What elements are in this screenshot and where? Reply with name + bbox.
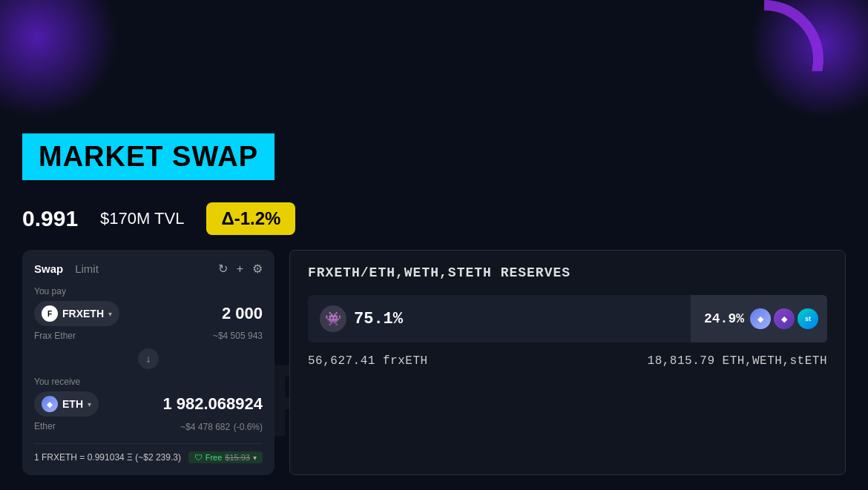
refresh-icon[interactable]: ↻ — [218, 262, 228, 276]
fee-label: Free — [206, 453, 223, 462]
you-pay-label: You pay — [34, 286, 263, 297]
receive-token-row: ◆ ETH ▾ 1 982.068924 — [34, 391, 263, 417]
reserves-left-percent: 75.1% — [354, 310, 403, 328]
reserves-right-bar: 24.9% ◆ ◆ st — [691, 295, 827, 342]
rate-value: 0.991 — [22, 206, 78, 231]
cards-row: Swap Limit ↻ + ⚙ You pay F FRXETH ▾ 2 — [22, 250, 846, 475]
you-pay-section: You pay F FRXETH ▾ 2 000 Frax Ether ~$4 … — [34, 286, 263, 341]
pay-token-row: F FRXETH ▾ 2 000 — [34, 301, 263, 326]
reserves-amounts: 56,627.41 frxETH 18,815.79 ETH,WETH,stET… — [308, 354, 827, 368]
steth-small-icon: st — [798, 308, 818, 329]
receive-token-name: ETH — [62, 398, 83, 410]
reserve-left-amount: 56,627.41 frxETH — [308, 354, 428, 368]
you-receive-section: You receive ◆ ETH ▾ 1 982.068924 Ether ~… — [34, 377, 263, 433]
stats-row: 0.991 $170M TVL Δ-1.2% — [22, 202, 846, 235]
header-icons: ↻ + ⚙ — [218, 262, 263, 276]
swap-card-header: Swap Limit ↻ + ⚙ — [34, 262, 263, 276]
frxeth-icon: F — [42, 305, 58, 322]
reserves-progress-bar: 👾 75.1% 24.9% ◆ ◆ st — [308, 295, 827, 342]
pay-token-chevron: ▾ — [108, 310, 112, 318]
weth-small-icon: ◆ — [774, 308, 795, 329]
pay-token-subname: Frax Ether — [34, 331, 76, 341]
swap-arrow[interactable]: ↓ — [138, 348, 159, 369]
reserves-left-bar: 👾 75.1% — [308, 295, 691, 342]
eth-small-icon: ◆ — [750, 308, 771, 329]
add-icon[interactable]: + — [237, 262, 243, 276]
rate-row: 1 FRXETH = 0.991034 Ξ (~$2 239.3) 🛡 Free… — [34, 443, 263, 463]
receive-token-subname: Ether — [34, 421, 56, 433]
receive-token-chevron: ▾ — [88, 400, 91, 408]
receive-usd-change: (-0.6%) — [234, 422, 263, 432]
eth-icon: ◆ — [42, 396, 58, 412]
page-title: MARKET SWAP — [22, 133, 274, 180]
reserves-right-percent: 24.9% — [704, 311, 744, 326]
reserves-card: FRXETH/ETH,WETH,STETH RESERVES 👾 75.1% 2… — [289, 250, 846, 475]
fee-badge[interactable]: 🛡 Free $15.93 ▾ — [188, 451, 263, 463]
receive-token-selector[interactable]: ◆ ETH ▾ — [34, 391, 99, 417]
fee-shield-icon: 🛡 — [194, 453, 203, 462]
fee-strike: $15.93 — [225, 453, 250, 462]
swap-card: Swap Limit ↻ + ⚙ You pay F FRXETH ▾ 2 — [22, 250, 274, 475]
settings-icon[interactable]: ⚙ — [252, 262, 263, 276]
tab-limit[interactable]: Limit — [75, 262, 99, 275]
frxeth-logo: 👾 — [320, 305, 346, 332]
main-content: MARKET SWAP 0.991 $170M TVL Δ-1.2% Swap … — [0, 0, 868, 490]
receive-usd: ~$4 478 682 (-0.6%) — [180, 420, 263, 433]
pay-token-name: FRXETH — [62, 308, 104, 320]
tvl-label: $170M TVL — [100, 209, 184, 228]
pay-amount[interactable]: 2 000 — [222, 304, 263, 323]
pay-token-selector[interactable]: F FRXETH ▾ — [34, 301, 119, 326]
tab-swap[interactable]: Swap — [34, 262, 63, 275]
reserve-right-amount: 18,815.79 ETH,WETH,stETH — [648, 354, 827, 368]
swap-direction-divider: ↓ — [34, 348, 263, 369]
delta-badge: Δ-1.2% — [206, 202, 295, 235]
pay-usd: ~$4 505 943 — [213, 331, 263, 341]
receive-amount: 1 982.068924 — [162, 394, 263, 414]
reserves-title: FRXETH/ETH,WETH,STETH RESERVES — [308, 265, 827, 280]
right-token-icons: ◆ ◆ st — [750, 308, 818, 329]
fee-chevron-icon: ▾ — [253, 454, 257, 462]
you-receive-label: You receive — [34, 377, 263, 387]
receive-usd-value: ~$4 478 682 — [180, 422, 230, 432]
rate-label: 1 FRXETH = 0.991034 Ξ (~$2 239.3) — [34, 452, 181, 463]
